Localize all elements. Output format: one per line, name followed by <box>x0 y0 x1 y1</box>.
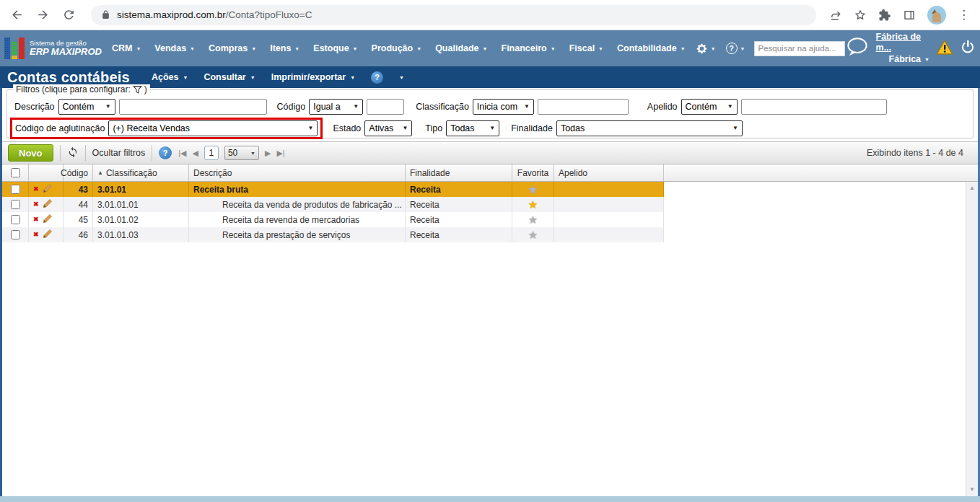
edit-pencil-icon[interactable] <box>43 213 53 226</box>
filter-estado-label: Estado <box>333 123 361 133</box>
vertical-scrollbar[interactable]: ▲ ▼ <box>966 182 978 496</box>
row-select-cell <box>2 227 29 242</box>
table-row[interactable]: ✖ 45 3.01.01.02 Receita da revenda de me… <box>2 212 978 227</box>
filter-tipo-select[interactable]: Todas▼ <box>446 120 499 136</box>
share-icon[interactable] <box>829 9 842 22</box>
filter-finalidade-select[interactable]: Todas▼ <box>556 120 743 136</box>
profile-avatar[interactable] <box>927 6 946 25</box>
browser-back-icon[interactable] <box>7 6 26 25</box>
filter-classificacao-input[interactable] <box>538 99 629 115</box>
help-menu[interactable]: ? ▼ <box>726 43 745 54</box>
filter-classificacao-operator[interactable]: Inicia com▼ <box>473 99 534 115</box>
nav-menu-compras[interactable]: Compras▼ <box>209 43 256 53</box>
table-row[interactable]: ✖ 46 3.01.01.03 Receita da prestação de … <box>2 227 978 242</box>
first-page-icon[interactable]: |◀ <box>178 149 186 158</box>
filter-aglutinacao-select[interactable]: (+) Receita Vendas▼ <box>108 120 318 136</box>
favorite-star-icon[interactable]: ★ <box>528 229 538 240</box>
nav-menu-producao[interactable]: Produção▼ <box>372 43 422 53</box>
cell-finalidade: Receita <box>406 197 512 212</box>
filter-tipo-label: Tipo <box>425 123 442 133</box>
browser-forward-icon[interactable] <box>33 6 52 25</box>
favorite-star-icon[interactable]: ★ <box>528 184 538 195</box>
filter-codigo-operator[interactable]: Igual a▼ <box>309 99 363 115</box>
nav-menu-itens[interactable]: Itens▼ <box>270 43 299 53</box>
next-page-icon[interactable]: ▶ <box>265 149 271 158</box>
browser-reload-icon[interactable] <box>59 6 78 25</box>
nav-menu-contabilidade[interactable]: Contabilidade▼ <box>617 43 686 53</box>
edit-pencil-icon[interactable] <box>43 198 53 211</box>
last-page-icon[interactable]: ▶| <box>276 149 284 158</box>
filter-descricao-input[interactable] <box>119 99 267 115</box>
header-classificacao[interactable]: ▲Classificação <box>93 164 189 181</box>
header-finalidade[interactable]: Finalidade <box>406 164 512 181</box>
delete-icon[interactable]: ✖ <box>33 201 39 208</box>
delete-icon[interactable]: ✖ <box>33 186 39 193</box>
filter-apelido-label: Apelido <box>647 102 678 112</box>
menu-acoes[interactable]: Ações▼ <box>152 72 188 82</box>
filter-descricao-label: Descrição <box>14 102 55 112</box>
nav-menu-crm[interactable]: CRM▼ <box>112 43 141 53</box>
help-search-input[interactable] <box>754 41 845 56</box>
erp-logo[interactable]: Sistema de gestão ERP MAXIPROD <box>4 38 102 59</box>
nav-menu-vendas[interactable]: Vendas▼ <box>154 43 195 53</box>
nav-menu-qualidade[interactable]: Qualidade▼ <box>435 43 487 53</box>
refresh-icon[interactable] <box>67 146 79 160</box>
table-row[interactable]: ✖ 44 3.01.01.01 Receita da venda de prod… <box>2 197 978 212</box>
edit-pencil-icon[interactable] <box>43 183 53 195</box>
cell-finalidade: Receita <box>406 227 512 242</box>
filter-estado-select[interactable]: Ativas▼ <box>364 120 412 136</box>
bookmark-star-icon[interactable] <box>854 9 867 22</box>
settings-gear-menu[interactable]: ▼ <box>696 43 716 55</box>
titlebar-help-caret[interactable]: ▼ <box>399 75 404 80</box>
cell-classificacao: 3.01.01 <box>93 182 189 197</box>
filter-apelido-input[interactable] <box>741 99 887 115</box>
titlebar-help[interactable]: ? <box>371 71 383 84</box>
nav-menu-estoque[interactable]: Estoque▼ <box>313 43 357 53</box>
erp-navbar: Sistema de gestão ERP MAXIPROD CRM▼ Vend… <box>0 30 980 66</box>
row-checkbox[interactable] <box>11 200 20 209</box>
row-checkbox[interactable] <box>11 185 20 194</box>
edit-pencil-icon[interactable] <box>43 229 53 241</box>
table-row[interactable]: ✖ 43 3.01.01 Receita bruta Receita ★ <box>2 182 978 197</box>
cell-descricao: Receita da venda de produtos de fabricaç… <box>189 197 406 212</box>
scroll-down-icon[interactable]: ▼ <box>969 487 975 493</box>
scroll-up-icon[interactable]: ▲ <box>969 185 975 191</box>
address-bar[interactable]: sistema.maxiprod.com.br/Conta?tipoFluxo=… <box>91 5 816 25</box>
extensions-icon[interactable] <box>878 9 891 22</box>
company-selector[interactable]: Fábrica▼ <box>889 54 929 66</box>
warning-icon[interactable] <box>936 40 953 58</box>
nav-menu-fiscal[interactable]: Fiscal▼ <box>569 43 603 53</box>
header-favorita[interactable]: Favorita <box>512 164 554 181</box>
row-checkbox[interactable] <box>11 230 20 239</box>
page-size-select[interactable]: 50▼ <box>224 146 259 160</box>
nav-menu-financeiro[interactable]: Financeiro▼ <box>502 43 556 53</box>
header-descricao[interactable]: Descrição <box>189 164 406 181</box>
row-actions: ✖ <box>29 197 64 212</box>
logout-power-icon[interactable] <box>960 39 976 58</box>
menu-consultar[interactable]: Consultar▼ <box>204 72 255 82</box>
menu-imprimir-exportar[interactable]: Imprimir/exportar▼ <box>271 72 355 82</box>
hide-filters-button[interactable]: Ocultar filtros <box>92 148 146 158</box>
account-link[interactable]: Fábrica de m... <box>876 32 929 54</box>
toolbar-help-icon[interactable]: ? <box>159 146 172 159</box>
new-button[interactable]: Novo <box>8 144 53 162</box>
filters-legend[interactable]: Filtros (clique para configurar: ) <box>13 84 150 94</box>
favorite-star-icon[interactable]: ★ <box>528 214 538 225</box>
delete-icon[interactable]: ✖ <box>33 232 39 238</box>
chat-bubble-icon[interactable] <box>845 37 870 60</box>
current-page-box[interactable]: 1 <box>204 146 219 160</box>
filter-descricao-operator[interactable]: Contém▼ <box>58 99 115 115</box>
filter-codigo-input[interactable] <box>367 99 404 115</box>
prev-page-icon[interactable]: ◀ <box>192 149 198 158</box>
browser-menu-icon[interactable]: ⋮ <box>958 7 970 22</box>
favorite-star-icon[interactable]: ★ <box>528 199 538 210</box>
header-apelido[interactable]: Apelido <box>554 164 664 181</box>
header-codigo[interactable]: Código <box>64 164 93 181</box>
cell-favorita: ★ <box>512 212 554 227</box>
row-checkbox[interactable] <box>11 215 20 224</box>
select-all-checkbox[interactable] <box>11 168 20 177</box>
delete-icon[interactable]: ✖ <box>33 216 39 223</box>
funnel-icon <box>133 85 142 94</box>
side-panel-icon[interactable] <box>903 9 916 22</box>
filter-apelido-operator[interactable]: Contém▼ <box>681 99 738 115</box>
